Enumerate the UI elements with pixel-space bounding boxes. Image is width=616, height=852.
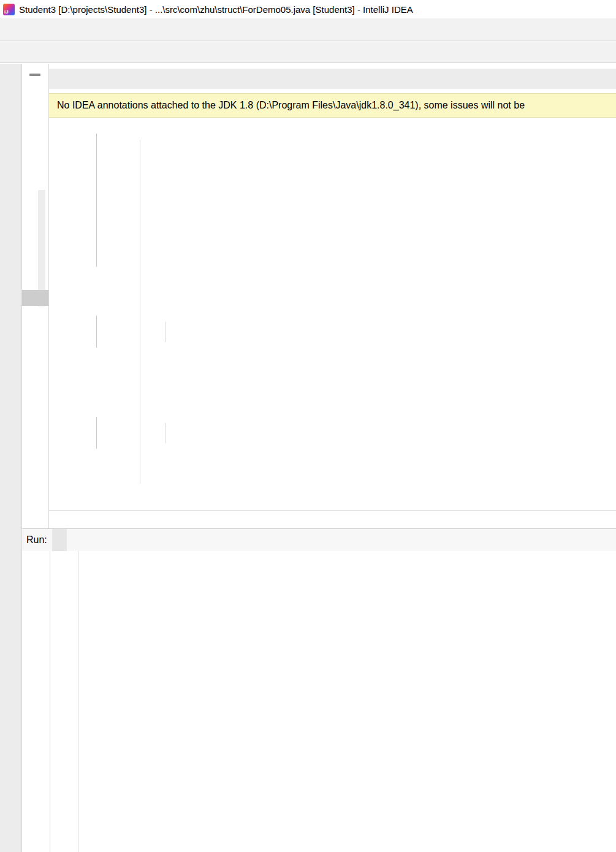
navigation-breadcrumb-bar [0,41,616,63]
window-title: Student3 [D:\projects\Student3] - ...\sr… [19,4,413,15]
fold-line [96,134,97,267]
indent-guide [140,140,140,484]
ide-window: Student3 [D:\projects\Student3] - ...\sr… [0,0,616,852]
run-tool-window: Run: [22,528,616,852]
project-panel-collapsed[interactable] [22,64,49,528]
notification-banner: No IDEA annotations attached to the JDK … [49,93,616,118]
editor-tab-bar [49,69,616,89]
hide-panel-button[interactable] [29,74,40,76]
scrollbar-rail [38,190,45,306]
intellij-logo-icon [3,4,15,15]
run-tab[interactable] [52,529,67,551]
menu-bar [0,18,616,41]
console-toolbar [50,551,78,852]
code-editor[interactable] [49,118,616,510]
fold-line [96,417,97,449]
run-panel-label: Run: [22,529,52,551]
title-bar: Student3 [D:\projects\Student3] - ...\sr… [0,0,616,18]
run-panel-header: Run: [22,529,616,551]
editor-breadcrumb [49,510,616,528]
console-output[interactable] [78,551,616,852]
indent-guide [165,322,165,342]
banner-text: No IDEA annotations attached to the JDK … [57,100,525,111]
fold-line [96,316,97,348]
indent-guide [165,423,165,443]
scrollbar-thumb[interactable] [22,290,48,306]
run-toolbar-main [22,551,50,852]
tool-window-bar [0,64,22,852]
